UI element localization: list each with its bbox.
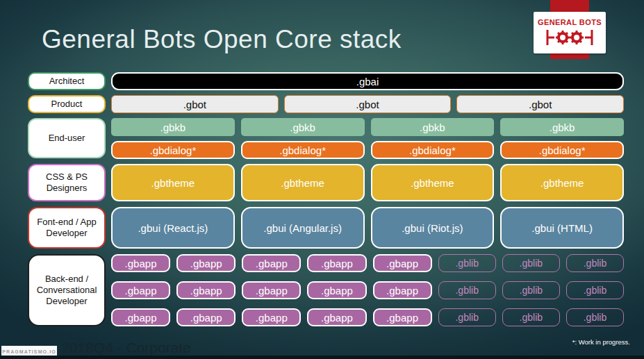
node-gbtheme: .gbtheme (241, 164, 365, 201)
page-title: General Bots Open Core stack (42, 25, 402, 54)
node-gblib: .gblib (502, 281, 560, 299)
node-gbapp: .gbapp (373, 254, 432, 272)
node-gbtheme: .gbtheme (371, 164, 495, 201)
node-gbkb: .gbkb (371, 118, 495, 136)
gears-icon (544, 28, 595, 47)
node-gbapp: .gbapp (242, 281, 301, 299)
node-gbapp: .gbapp (176, 308, 236, 326)
node-gbapp: .gbapp (111, 254, 170, 272)
label-product-text: Product (51, 99, 83, 110)
row-gbui: .gbui (React.js) .gbui (Angular.js) .gbu… (111, 207, 624, 249)
node-gblib: .gblib (438, 254, 496, 272)
node-gbkb: .gbkb (500, 118, 624, 136)
label-backend-developer-text: Back-end / Conversational Developer (33, 274, 100, 308)
label-end-user: End-user (28, 118, 106, 158)
row-gbapp-3: .gbapp .gbapp .gbapp .gbapp .gbapp .gbli… (111, 308, 624, 326)
label-product: Product (28, 95, 106, 113)
node-gblib: .gblib (566, 254, 624, 272)
work-in-progress-note: *: Work in progress. (572, 338, 630, 346)
row-gbtheme: .gbtheme .gbtheme .gbtheme .gbtheme (111, 164, 624, 201)
node-gblib: .gblib (438, 281, 496, 299)
slide: General Bots Open Core stack GENERAL BOT… (0, 0, 644, 359)
node-gblib: .gblib (502, 254, 560, 272)
node-gbot: .gbot (111, 95, 279, 113)
node-gbapp: .gbapp (242, 308, 301, 326)
node-gbapp: .gbapp (111, 281, 170, 299)
node-gbot: .gbot (456, 95, 624, 113)
row-gbapp-2: .gbapp .gbapp .gbapp .gbapp .gbapp .gbli… (111, 281, 624, 299)
label-backend-developer: Back-end / Conversational Developer (28, 254, 106, 326)
label-architect: Architect (28, 72, 106, 90)
label-css-ps-designers-text: CSS & PS Designers (33, 172, 100, 194)
label-end-user-text: End-user (49, 133, 85, 144)
label-architect-text: Architect (49, 76, 85, 87)
node-gblib: .gblib (438, 308, 496, 326)
node-gbapp: .gbapp (242, 254, 301, 272)
general-bots-logo: GENERAL BOTS (534, 12, 606, 53)
label-frontend-developer: Font-end / App Developer (28, 207, 106, 249)
node-gbapp: .gbapp (111, 308, 170, 326)
node-gbtheme: .gbtheme (111, 164, 235, 201)
label-frontend-developer-text: Font-end / App Developer (33, 217, 100, 240)
node-gbdialog: .gbdialog* (111, 141, 235, 159)
node-gbot: .gbot (284, 95, 452, 113)
node-gbtheme: .gbtheme (500, 164, 624, 201)
node-gbdialog: .gbdialog* (371, 141, 495, 159)
node-gbapp: .gbapp (373, 281, 432, 299)
node-gblib: .gblib (566, 308, 624, 326)
node-gbapp: .gbapp (373, 308, 432, 326)
row-gbapp-1: .gbapp .gbapp .gbapp .gbapp .gbapp .gbli… (111, 254, 624, 272)
logo-brand-text: GENERAL BOTS (538, 18, 602, 26)
footer-edition-text: 2018Q4 - Corporate (61, 340, 191, 356)
node-gbapp: .gbapp (176, 281, 236, 299)
bottom-edge-bar (0, 356, 644, 359)
node-gbapp: .gbapp (307, 254, 366, 272)
node-gblib: .gblib (502, 308, 560, 326)
node-gbui-html: .gbui (HTML) (500, 207, 624, 249)
node-gblib: .gblib (566, 281, 624, 299)
node-gbui-react: .gbui (React.js) (111, 207, 235, 249)
node-gbdialog: .gbdialog* (500, 141, 624, 159)
node-gbapp: .gbapp (307, 281, 366, 299)
node-gbui-riot: .gbui (Riot.js) (371, 207, 495, 249)
node-gbui-angular: .gbui (Angular.js) (241, 207, 365, 249)
node-gbkb: .gbkb (241, 118, 365, 136)
row-gbdialog: .gbdialog* .gbdialog* .gbdialog* .gbdial… (111, 141, 624, 159)
node-gbdialog: .gbdialog* (241, 141, 365, 159)
node-gbkb: .gbkb (111, 118, 235, 136)
row-gbkb: .gbkb .gbkb .gbkb .gbkb (111, 118, 624, 136)
node-gbapp: .gbapp (307, 308, 366, 326)
pragmatismo-logo-text: PRAGMATISMO.IO (2, 349, 56, 354)
node-gbai: .gbai (111, 72, 624, 90)
node-gbapp: .gbapp (176, 254, 236, 272)
row-gbai: .gbai (111, 72, 624, 90)
row-gbot: .gbot .gbot .gbot (111, 95, 624, 113)
label-css-ps-designers: CSS & PS Designers (28, 164, 106, 201)
